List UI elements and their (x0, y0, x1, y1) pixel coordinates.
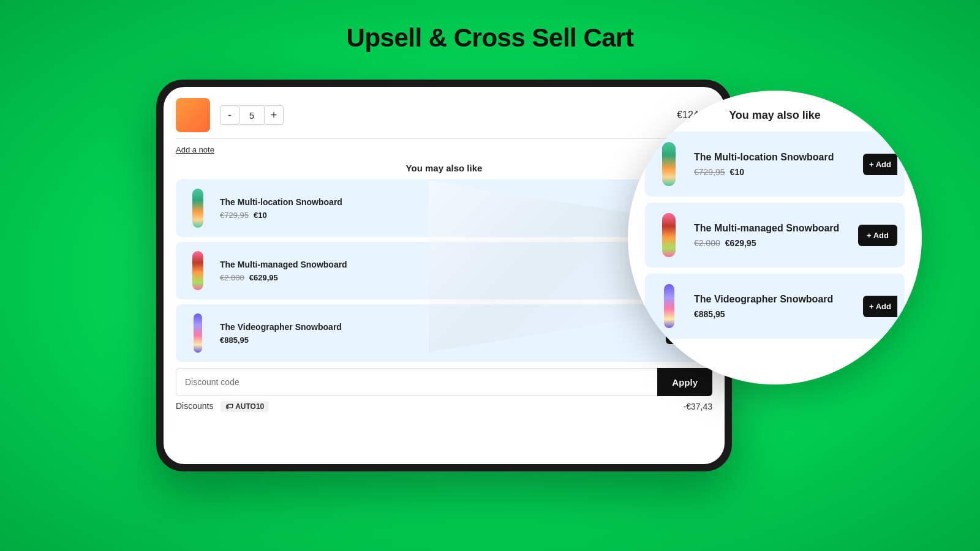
mag-original-price-2: €2.000 (694, 238, 720, 248)
discount-code-input[interactable] (176, 368, 657, 396)
mag-product-name-1: The Multi-location Snowboard (694, 151, 854, 164)
original-price-1: €729,95 (220, 211, 249, 220)
product-prices-3: €885,95 (220, 335, 658, 345)
apply-discount-button[interactable]: Apply (657, 368, 712, 396)
snowboard-image-2 (192, 251, 203, 290)
tag-icon: 🏷 (225, 402, 233, 411)
discount-code-label: AUTO10 (235, 402, 264, 411)
mag-prices-1: €729,95 €10 (694, 167, 854, 177)
product-prices-2: €2.000 €629,95 (220, 273, 658, 282)
mag-snowboard-2 (662, 213, 676, 257)
product-image-2 (183, 249, 213, 292)
quantity-controls: - 5 + (220, 105, 284, 125)
product-image-1 (183, 187, 213, 230)
product-name-2: The Multi-managed Snowboard (220, 259, 658, 270)
product-thumbnail (176, 98, 210, 132)
page-title: Upsell & Cross Sell Cart (0, 0, 980, 53)
snowboard-image-1 (192, 189, 203, 228)
mag-product-name-2: The Multi-managed Snowboard (694, 222, 850, 235)
product-info-2: The Multi-managed Snowboard €2.000 €629,… (220, 259, 658, 282)
mag-add-product-3-button[interactable]: + Add (863, 296, 897, 317)
mag-product-image-3 (652, 282, 685, 330)
product-info-3: The Videographer Snowboard €885,95 (220, 321, 658, 344)
price-only-3: €885,95 (220, 335, 249, 345)
discount-row: Apply (176, 368, 712, 396)
mag-product-card-1: The Multi-location Snowboard €729,95 €10… (645, 132, 905, 197)
snowboard-image-3 (194, 313, 202, 353)
mag-add-product-1-button[interactable]: + Add (863, 154, 897, 175)
upsell-section-title: You may also like (176, 159, 712, 179)
mag-snowboard-3 (664, 284, 674, 328)
quantity-value: 5 (239, 105, 264, 125)
product-name-3: The Videographer Snowboard (220, 321, 658, 332)
quantity-row: - 5 + €124,75 (176, 87, 712, 139)
sale-price-2: €629,95 (249, 273, 278, 282)
mag-product-image-2 (652, 211, 685, 259)
original-price-2: €2.000 (220, 273, 244, 282)
discounts-label: Discounts (176, 401, 213, 411)
mag-product-info-1: The Multi-location Snowboard €729,95 €10 (694, 151, 854, 177)
add-note-link[interactable]: Add a note (176, 139, 214, 159)
mag-product-card-2: The Multi-managed Snowboard €2.000 €629,… (645, 203, 905, 268)
quantity-plus-button[interactable]: + (264, 105, 284, 125)
mag-prices-2: €2.000 €629,95 (694, 238, 850, 248)
mag-product-name-3: The Videographer Snowboard (694, 293, 854, 306)
discount-badge: 🏷 AUTO10 (221, 401, 269, 412)
product-info-1: The Multi-location Snowboard €729,95 €10 (220, 197, 658, 219)
magnified-circle: You may also like The Multi-location Sno… (628, 91, 922, 384)
discount-amount: -€37,43 (684, 402, 712, 411)
discounts-info-row: Discounts 🏷 AUTO10 -€37,43 (176, 396, 712, 417)
product-name-1: The Multi-location Snowboard (220, 197, 658, 208)
sale-price-1: €10 (254, 211, 267, 220)
mag-product-info-3: The Videographer Snowboard €885,95 (694, 293, 854, 319)
mag-product-card-3: The Videographer Snowboard €885,95 + Add (645, 274, 905, 339)
quantity-minus-button[interactable]: - (220, 105, 239, 125)
mag-add-product-2-button[interactable]: + Add (858, 225, 897, 246)
product-prices-1: €729,95 €10 (220, 211, 658, 220)
mag-prices-3: €885,95 (694, 309, 854, 319)
product-image-3 (183, 312, 213, 354)
mag-sale-price-2: €629,95 (725, 238, 756, 248)
product-card-3: The Videographer Snowboard €885,95 + Add (176, 304, 712, 362)
mag-original-price-1: €729,95 (694, 167, 725, 177)
mag-sale-price-1: €10 (730, 167, 744, 177)
mag-snowboard-1 (662, 142, 676, 186)
mag-product-info-2: The Multi-managed Snowboard €2.000 €629,… (694, 222, 850, 248)
mag-price-only-3: €885,95 (694, 309, 725, 319)
discounts-label-group: Discounts 🏷 AUTO10 (176, 401, 269, 412)
